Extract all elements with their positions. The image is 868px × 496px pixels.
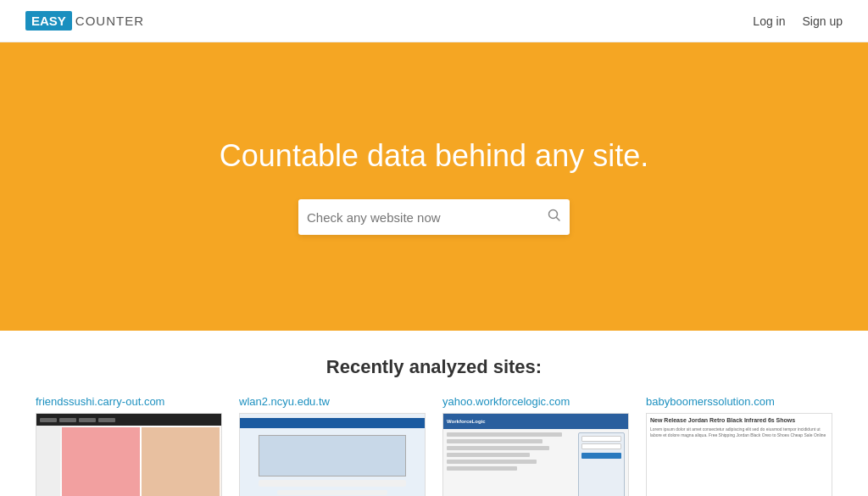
search-input[interactable] <box>307 210 548 225</box>
logo-counter: COUNTER <box>75 14 144 28</box>
site-link-3[interactable]: yahoo.workforcelogic.com <box>442 395 629 408</box>
search-bar <box>298 199 570 235</box>
header: EASY COUNTER Log in Sign up <box>0 0 868 42</box>
search-icon[interactable] <box>548 209 561 226</box>
hero-title: Countable data behind any site. <box>220 138 648 174</box>
site-link-2[interactable]: wlan2.ncyu.edu.tw <box>239 395 426 408</box>
site-thumbnail-3: WorkforceLogic <box>442 413 629 496</box>
site-card-1: friendssushi.carry-out.com SUMMER 2013 <box>36 395 222 496</box>
site-link-1[interactable]: friendssushi.carry-out.com <box>36 395 222 408</box>
login-link[interactable]: Log in <box>753 14 785 28</box>
site-thumbnail-2 <box>239 413 426 496</box>
logo-easy: EASY <box>25 11 72 31</box>
site-card-3: yahoo.workforcelogic.com WorkforceLogic <box>442 395 629 496</box>
site-card-4: babyboomerssolution.com New Release Jord… <box>646 395 832 496</box>
site-thumbnail-4: New Release Jordan Retro Black Infrared … <box>646 413 832 496</box>
site-card-2: wlan2.ncyu.edu.tw <box>239 395 426 496</box>
site-link-4[interactable]: babyboomerssolution.com <box>646 395 832 408</box>
wf-logo-text: WorkforceLogic <box>447 419 486 424</box>
bb-thumb-text: Lorem ipsum dolor sit amet consectetur a… <box>650 426 828 437</box>
hero-section: Countable data behind any site. <box>0 42 868 331</box>
bb-thumb-title: New Release Jordan Retro Black Infrared … <box>650 417 828 424</box>
recent-title: Recently analyzed sites: <box>25 356 843 378</box>
recent-section: Recently analyzed sites: friendssushi.ca… <box>0 331 868 496</box>
sites-grid: friendssushi.carry-out.com SUMMER 2013 <box>25 395 843 496</box>
site-thumbnail-1: SUMMER 2013 <box>36 413 222 496</box>
svg-line-1 <box>557 218 560 221</box>
signup-link[interactable]: Sign up <box>803 14 843 28</box>
logo-area: EASY COUNTER <box>25 11 144 31</box>
header-nav: Log in Sign up <box>753 14 843 28</box>
